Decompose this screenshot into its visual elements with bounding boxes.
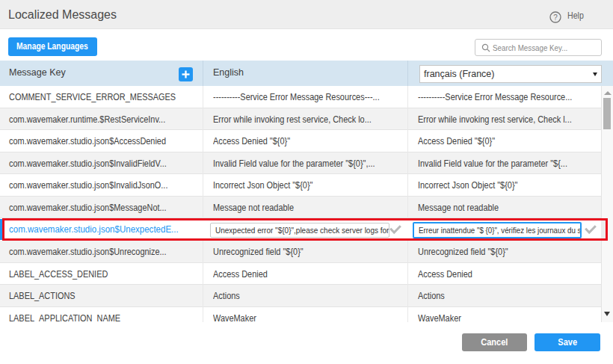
svg-text:?: ? bbox=[553, 13, 558, 21]
